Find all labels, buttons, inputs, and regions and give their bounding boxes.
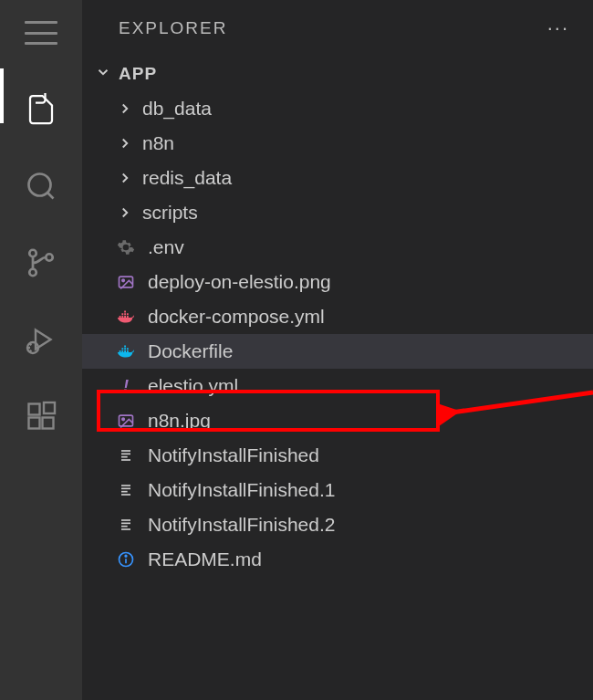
file-item-docker-compose[interactable]: docker-compose.yml bbox=[82, 299, 593, 334]
lines-icon bbox=[115, 444, 137, 466]
lines-icon bbox=[115, 514, 137, 536]
folder-label: n8n bbox=[142, 132, 174, 154]
chevron-down-icon bbox=[95, 64, 113, 84]
svg-rect-11 bbox=[29, 404, 40, 415]
svg-line-1 bbox=[47, 193, 54, 199]
svg-rect-14 bbox=[44, 402, 55, 413]
section-header-app[interactable]: APP bbox=[82, 57, 593, 91]
svg-line-9 bbox=[29, 344, 31, 346]
svg-rect-12 bbox=[29, 418, 40, 429]
file-label: docker-compose.yml bbox=[148, 306, 325, 328]
svg-point-3 bbox=[29, 269, 36, 277]
folder-item[interactable]: n8n bbox=[82, 126, 593, 161]
run-debug-icon[interactable] bbox=[25, 323, 57, 356]
file-label: .env bbox=[148, 236, 184, 258]
file-item-elestio[interactable]: ! elestio.yml bbox=[82, 369, 593, 403]
bang-icon: ! bbox=[115, 375, 137, 397]
explorer-icon[interactable] bbox=[25, 93, 57, 126]
svg-rect-13 bbox=[43, 418, 54, 429]
docker-icon bbox=[115, 340, 137, 362]
explorer-sidebar: EXPLORER ··· APP db_data n8n redis_data bbox=[82, 0, 593, 700]
folder-item[interactable]: scripts bbox=[82, 195, 593, 230]
search-icon[interactable] bbox=[25, 170, 57, 203]
file-item-dockerfile[interactable]: Dockerfile bbox=[82, 334, 593, 369]
chevron-right-icon bbox=[117, 100, 135, 117]
sidebar-header: EXPLORER ··· bbox=[82, 0, 593, 57]
file-label: README.md bbox=[148, 549, 262, 570]
file-label: n8n.jpg bbox=[148, 410, 211, 432]
svg-point-34 bbox=[125, 555, 127, 557]
image-icon bbox=[115, 271, 137, 293]
extensions-icon[interactable] bbox=[25, 400, 57, 433]
activity-bar bbox=[0, 0, 82, 700]
folder-label: db_data bbox=[142, 98, 212, 120]
file-item-env[interactable]: .env bbox=[82, 230, 593, 265]
menu-icon[interactable] bbox=[25, 16, 57, 49]
folder-label: redis_data bbox=[142, 167, 232, 189]
svg-point-19 bbox=[122, 418, 125, 421]
source-control-icon[interactable] bbox=[25, 246, 57, 279]
lines-icon bbox=[115, 479, 137, 501]
svg-point-4 bbox=[46, 254, 53, 261]
file-label: NotifyInstallFinished.2 bbox=[148, 514, 335, 536]
svg-text:!: ! bbox=[123, 377, 129, 395]
file-item-image[interactable]: deploy-on-elestio.png bbox=[82, 265, 593, 299]
file-item-text[interactable]: NotifyInstallFinished.2 bbox=[82, 507, 593, 542]
more-actions-icon[interactable]: ··· bbox=[547, 16, 569, 40]
chevron-right-icon bbox=[117, 204, 135, 221]
file-item-text[interactable]: NotifyInstallFinished bbox=[82, 438, 593, 473]
image-icon bbox=[115, 410, 137, 432]
active-indicator bbox=[0, 68, 4, 123]
info-icon bbox=[115, 549, 137, 570]
svg-point-16 bbox=[122, 279, 125, 282]
gear-icon bbox=[115, 236, 137, 258]
chevron-right-icon bbox=[117, 170, 135, 186]
file-item-image[interactable]: n8n.jpg bbox=[82, 403, 593, 438]
chevron-right-icon bbox=[117, 135, 135, 151]
file-item-text[interactable]: NotifyInstallFinished.1 bbox=[82, 473, 593, 507]
file-label: Dockerfile bbox=[148, 340, 233, 362]
file-label: elestio.yml bbox=[148, 375, 238, 397]
file-label: NotifyInstallFinished.1 bbox=[148, 479, 335, 501]
file-label: NotifyInstallFinished bbox=[148, 444, 319, 466]
folder-item[interactable]: db_data bbox=[82, 91, 593, 126]
file-label: deploy-on-elestio.png bbox=[148, 271, 331, 293]
folder-item[interactable]: redis_data bbox=[82, 161, 593, 195]
section-title: APP bbox=[119, 64, 157, 84]
svg-line-10 bbox=[29, 350, 31, 352]
folder-label: scripts bbox=[142, 202, 198, 224]
docker-icon bbox=[115, 306, 137, 328]
file-item-readme[interactable]: README.md bbox=[82, 542, 593, 577]
svg-point-2 bbox=[29, 250, 36, 257]
file-tree: db_data n8n redis_data scripts .env bbox=[82, 91, 593, 577]
sidebar-title: EXPLORER bbox=[119, 18, 227, 38]
